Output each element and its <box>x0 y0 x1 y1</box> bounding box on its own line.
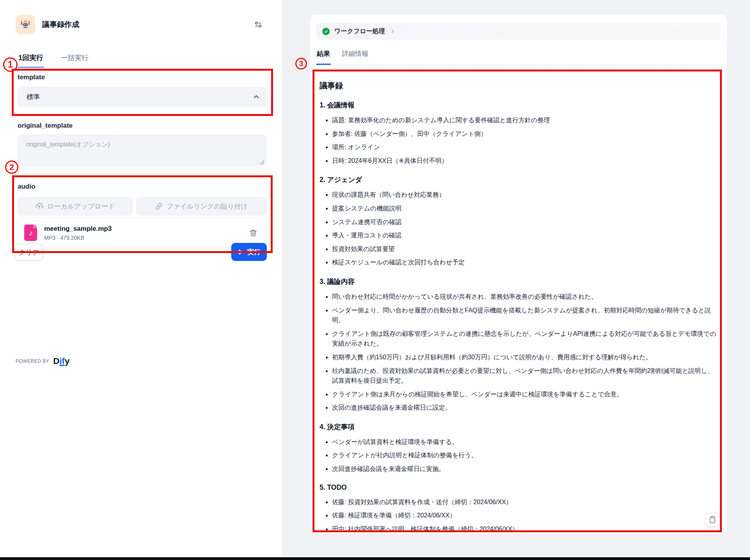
trash-icon <box>249 229 257 237</box>
play-icon <box>238 249 244 255</box>
bullet-item: 日時: 2024年6月XX日（※具体日付不明） <box>332 156 718 166</box>
chevron-up-icon <box>253 93 260 100</box>
bullet-item: 佐藤: 投資対効果の試算資料を作成・送付（締切：2024/06/XX） <box>332 497 718 507</box>
bullet-item: 社内稟議のため、投資対効果の試算資料が必要との要望に対し、ベンダー側は問い合わせ… <box>332 366 718 386</box>
bullet-item: 初期導入費（約150万円）および月額利用料（約30万円）について説明があり、費用… <box>332 352 718 362</box>
result-section: 2. アジェンダ 現状の課題共有（問い合わせ対応業務）提案システムの機能説明シス… <box>320 175 718 268</box>
result-section: 3. 議論内容 問い合わせ対応に時間がかかっている現状が共有され、業務効率改善の… <box>320 277 718 413</box>
powered-by-label: POWERED BY <box>16 358 49 364</box>
robot-app-icon <box>16 15 35 34</box>
file-link-label: ファイルリンクの貼り付け <box>166 202 248 211</box>
delete-file-button[interactable] <box>248 227 259 238</box>
bullet-item: ベンダー側より、問い合わせ履歴の自動分類とFAQ提示機能を搭載した新システムが提… <box>332 305 718 325</box>
file-name: meeting_sample.mp3 <box>44 225 248 233</box>
settings-icon[interactable] <box>252 19 264 30</box>
result-tabs: 結果 詳細情報 <box>316 47 721 65</box>
original-template-input[interactable] <box>18 134 267 166</box>
run-mode-tabs: 1回実行 一括実行 <box>18 53 89 68</box>
run-button[interactable]: 実行 <box>231 243 267 261</box>
bullet-item: 場所: オンライン <box>332 142 718 152</box>
bullet-item: システム連携可否の確認 <box>332 217 718 227</box>
file-meta: MP3 · 479.20KB <box>44 235 248 241</box>
bottom-edge-bar <box>0 557 750 560</box>
workflow-status-bar[interactable]: ワークフロー処理 <box>316 23 721 40</box>
robot-icon <box>19 18 32 31</box>
result-title: 議事録 <box>320 80 718 91</box>
tabs-divider <box>0 67 282 68</box>
bullet-item: 次回の進捗確認会議を来週金曜日に設定。 <box>332 403 718 413</box>
section-list: 佐藤: 投資対効果の試算資料を作成・送付（締切：2024/06/XX）佐藤: 検… <box>320 497 718 534</box>
section-heading: 2. アジェンダ <box>320 175 718 184</box>
section-heading: 4. 決定事項 <box>320 422 718 432</box>
template-select-value: 標準 <box>27 93 253 102</box>
result-section: 4. 決定事項 ベンダーが試算資料と検証環境を準備する。クライアントが社内説明と… <box>320 422 718 474</box>
local-upload-label: ローカルアップロード <box>47 202 115 211</box>
bullet-item: 現状の課題共有（問い合わせ対応業務） <box>332 190 718 200</box>
result-markdown: 議事録 1. 会議情報 議題: 業務効率化のための新システム導入に関する要件確認… <box>316 73 722 537</box>
bullet-item: 佐藤: 検証環境を準備（締切：2024/06/XX） <box>332 510 718 521</box>
bullet-item: クライアント側は来月からの検証開始を希望し、ベンダーは来週中に検証環境を準備する… <box>332 389 718 399</box>
section-heading: 1. 会議情報 <box>320 100 718 110</box>
link-icon <box>155 203 162 210</box>
app-title: 議事録作成 <box>42 20 79 30</box>
bullet-item: 参加者: 佐藤（ベンダー側）、田中（クライアント側） <box>332 129 718 139</box>
result-panel: ワークフロー処理 結果 詳細情報 議事録 1. 会議情報 議題: 業務効率化のた… <box>282 0 750 560</box>
file-link-button[interactable]: ファイルリンクの貼り付け <box>136 197 267 216</box>
tab-batch-run[interactable]: 一括実行 <box>60 53 89 68</box>
workflow-status-label: ワークフロー処理 <box>334 27 385 36</box>
section-list: ベンダーが試算資料と検証環境を準備する。クライアントが社内説明と検証体制の整備を… <box>320 437 718 474</box>
clipboard-icon <box>709 516 716 523</box>
tab-detail[interactable]: 詳細情報 <box>341 47 369 64</box>
bullet-item: 導入・運用コストの確認 <box>332 230 718 241</box>
file-info: meeting_sample.mp3 MP3 · 479.20KB <box>44 225 248 241</box>
bullet-item: 議題: 業務効率化のための新システム導入に関する要件確認と進行方針の整理 <box>332 115 718 125</box>
bullet-item: クライアントが社内説明と検証体制の整備を行う。 <box>332 450 718 460</box>
result-card: ワークフロー処理 結果 詳細情報 議事録 1. 会議情報 議題: 業務効率化のた… <box>310 15 727 533</box>
bullet-item: 提案システムの機能説明 <box>332 203 718 214</box>
bullet-item: 投資対効果の試算要望 <box>332 244 718 254</box>
tab-result[interactable]: 結果 <box>316 47 331 64</box>
template-label: template <box>18 73 45 81</box>
bullet-item: ベンダーが試算資料と検証環境を準備する。 <box>332 437 718 447</box>
result-sections: 1. 会議情報 議題: 業務効率化のための新システム導入に関する要件確認と進行方… <box>320 100 718 534</box>
section-heading: 3. 議論内容 <box>320 277 718 286</box>
bullet-item: 問い合わせ対応に時間がかかっている現状が共有され、業務効率改善の必要性が確認され… <box>332 292 718 302</box>
local-upload-button[interactable]: ローカルアップロード <box>18 197 133 216</box>
section-heading: 5. TODO <box>320 483 718 492</box>
powered-by: POWERED BY Dify <box>16 356 70 366</box>
audio-label: audio <box>18 183 35 191</box>
clear-button[interactable]: クリア <box>15 244 43 261</box>
original-template-label: original_template <box>18 122 73 130</box>
success-check-icon <box>322 28 330 35</box>
bullet-item: 検証スケジュールの確認と次回打ち合わせ予定 <box>332 257 718 268</box>
app-header: 議事録作成 <box>16 15 79 34</box>
chevron-right-icon <box>390 29 395 34</box>
uploaded-file-card: ♪ meeting_sample.mp3 MP3 · 479.20KB <box>18 218 267 248</box>
tab-single-run[interactable]: 1回実行 <box>18 53 44 68</box>
template-select[interactable]: 標準 <box>18 87 267 107</box>
section-list: 現状の課題共有（問い合わせ対応業務）提案システムの機能説明システム連携可否の確認… <box>320 190 718 268</box>
dify-logo[interactable]: Dify <box>53 356 70 366</box>
bullet-item: クライアント側は既存の顧客管理システムとの連携に懸念を示したが、ベンダーよりAP… <box>332 329 718 349</box>
audio-file-icon: ♪ <box>24 225 37 241</box>
bullet-item: 田中: 社内関係部署へ説明、検証体制を整備（締切：2024/06/XX） <box>332 524 718 534</box>
upload-cloud-icon <box>36 202 43 210</box>
section-list: 問い合わせ対応に時間がかかっている現状が共有され、業務効率改善の必要性が確認され… <box>320 292 718 413</box>
input-panel: 議事録作成 1回実行 一括実行 template 標準 original_tem… <box>0 0 282 560</box>
copy-result-button[interactable] <box>705 512 720 526</box>
section-list: 議題: 業務効率化のための新システム導入に関する要件確認と進行方針の整理参加者:… <box>320 115 718 166</box>
result-section: 5. TODO 佐藤: 投資対効果の試算資料を作成・送付（締切：2024/06/… <box>320 483 718 534</box>
run-button-label: 実行 <box>247 248 261 257</box>
result-section: 1. 会議情報 議題: 業務効率化のための新システム導入に関する要件確認と進行方… <box>320 100 718 166</box>
bullet-item: 次回進捗確認会議を来週金曜日に実施。 <box>332 464 718 474</box>
